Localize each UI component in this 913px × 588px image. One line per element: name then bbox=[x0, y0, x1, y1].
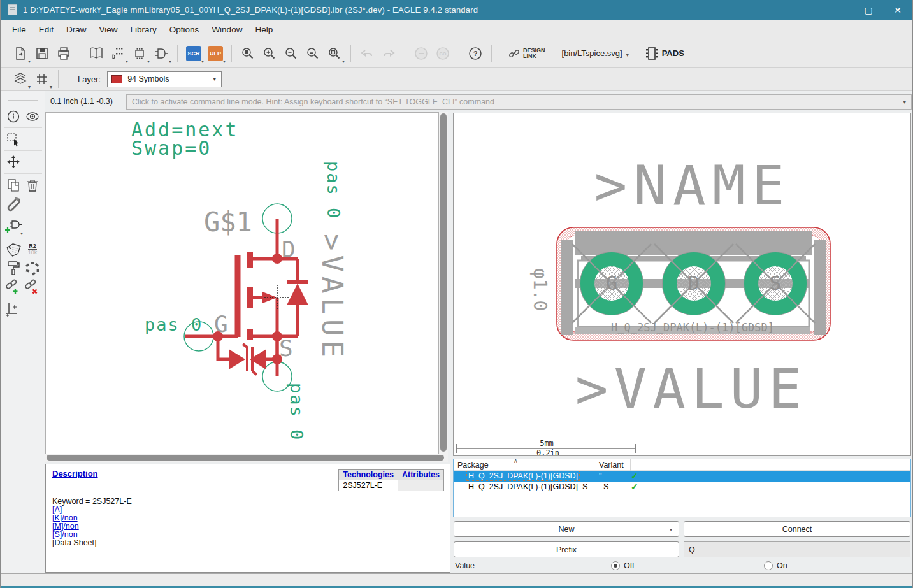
palette-separator bbox=[4, 298, 42, 298]
new-document-button[interactable]: ▾ bbox=[10, 43, 31, 64]
technology-value: 2SJ527L-E bbox=[339, 480, 398, 491]
connect-button[interactable]: Connect bbox=[684, 521, 910, 537]
grid-button[interactable]: ▾ bbox=[32, 69, 52, 89]
link-m-non[interactable]: [M]/non bbox=[52, 522, 132, 531]
command-line-input[interactable]: Click to activate command line mode. Hin… bbox=[126, 94, 912, 110]
symbol-canvas-vscrollbar[interactable] bbox=[439, 112, 448, 454]
eagle-window: 1 D:¥DATE¥E-work¥_Eagle mmLibrary05_01_0… bbox=[0, 0, 913, 588]
pin-bottom-label: pas 0 bbox=[287, 383, 306, 441]
symbol-canvas-hscrollbar[interactable] bbox=[45, 454, 448, 462]
show-tool-button[interactable] bbox=[23, 107, 42, 125]
minimize-button[interactable]: — bbox=[824, 0, 854, 20]
group-select-tool-button[interactable] bbox=[4, 130, 23, 148]
vscroll-thumb[interactable] bbox=[440, 113, 447, 452]
copy-tool-button[interactable] bbox=[4, 176, 23, 194]
prefix-button[interactable]: Prefix bbox=[454, 541, 679, 557]
package-editor-button[interactable]: ▾ bbox=[129, 43, 150, 64]
open-library-button[interactable] bbox=[86, 43, 106, 64]
table-row[interactable]: H_Q_2SJ_DPAK(L)-(1)[GDSD]_S _S ✓ bbox=[454, 482, 910, 492]
pad-label-s: S bbox=[770, 272, 781, 294]
scale-mm-label: 5mm bbox=[540, 439, 554, 448]
name-tool-button[interactable] bbox=[4, 240, 23, 259]
table-row[interactable]: H_Q_2SJ_DPAK(L)-(1)[GDSD] " ✓ bbox=[454, 471, 910, 482]
column-variant[interactable]: Variant bbox=[599, 461, 624, 470]
link-k-non[interactable]: [K]/non bbox=[52, 514, 132, 522]
zoom-out-button[interactable] bbox=[281, 43, 301, 64]
zoom-select-button[interactable] bbox=[303, 43, 323, 64]
menu-help[interactable]: Help bbox=[248, 22, 279, 37]
zoom-fit-button[interactable] bbox=[238, 43, 258, 64]
print-button[interactable] bbox=[54, 43, 74, 64]
save-button[interactable] bbox=[32, 43, 52, 64]
help-button[interactable]: ? bbox=[465, 43, 485, 64]
technologies-header-link[interactable]: Technologies bbox=[339, 470, 398, 480]
ltspice-dropdown[interactable]: [bin/LTspice.svg] ▾ bbox=[562, 48, 629, 58]
pads-button[interactable]: PADS bbox=[645, 46, 684, 61]
menu-window[interactable]: Window bbox=[205, 22, 248, 37]
layer-settings-button[interactable]: ▾ bbox=[10, 69, 31, 89]
window-title: 1 D:¥DATE¥E-work¥_Eagle mmLibrary05_01_0… bbox=[23, 5, 478, 15]
dimension-tool-button[interactable] bbox=[4, 300, 23, 319]
maximize-button[interactable]: ▢ bbox=[854, 0, 883, 20]
link-s-non[interactable]: [S]/non bbox=[52, 531, 132, 539]
menu-edit[interactable]: Edit bbox=[32, 22, 60, 37]
symbol-editor-button[interactable]: ▾ bbox=[151, 43, 171, 64]
radio-circle-icon bbox=[611, 561, 620, 570]
go-button[interactable]: GO bbox=[433, 43, 453, 64]
toolbar-separator bbox=[177, 45, 178, 62]
stop-button[interactable] bbox=[411, 43, 431, 64]
detach-tool-button[interactable] bbox=[23, 277, 42, 296]
smash-tool-button[interactable] bbox=[23, 259, 42, 277]
symbol-canvas[interactable]: Add=next Swap=0 G$1 D G S >VALUE pas 0 p… bbox=[45, 112, 439, 454]
hscroll-thumb[interactable] bbox=[47, 455, 444, 461]
menu-draw[interactable]: Draw bbox=[60, 22, 93, 37]
title-bar: 1 D:¥DATE¥E-work¥_Eagle mmLibrary05_01_0… bbox=[1, 0, 912, 20]
package-canvas[interactable]: >NAME >VALUE bbox=[453, 113, 911, 456]
description-link[interactable]: Description bbox=[52, 469, 98, 478]
close-button[interactable]: ✕ bbox=[883, 0, 912, 20]
attributes-header-link[interactable]: Attributes bbox=[398, 470, 443, 480]
prefix-button-label: Prefix bbox=[556, 545, 577, 554]
chip-icon bbox=[645, 46, 658, 61]
menu-options[interactable]: Options bbox=[163, 22, 206, 37]
zoom-in-button[interactable] bbox=[259, 43, 280, 64]
design-link-button[interactable]: DESIGN LINK bbox=[508, 48, 545, 59]
value-on-radio[interactable]: On bbox=[764, 561, 787, 570]
move-tool-button[interactable] bbox=[4, 153, 23, 171]
undo-button[interactable] bbox=[357, 43, 377, 64]
menu-library[interactable]: Library bbox=[124, 22, 163, 37]
zoom-redraw-button[interactable]: ▾ bbox=[324, 43, 345, 64]
column-divider[interactable] bbox=[630, 459, 631, 471]
column-package[interactable]: Package bbox=[457, 461, 489, 470]
value-tool-button[interactable]: R2 10k bbox=[23, 240, 42, 259]
footprint-drawing: G D S H_Q_2SJ_DPAK(L)-(1)[GDSD] bbox=[557, 227, 830, 340]
prefix-value-field[interactable]: Q bbox=[684, 541, 910, 557]
change-tool-button[interactable] bbox=[4, 194, 23, 213]
device-editor-button[interactable]: ▾ bbox=[108, 43, 128, 64]
paint-tool-button[interactable] bbox=[4, 259, 23, 277]
delete-tool-button[interactable] bbox=[23, 176, 42, 194]
package-table-header[interactable]: Package ∧ Variant bbox=[454, 459, 910, 471]
add-part-tool-button[interactable]: ▾ bbox=[4, 217, 23, 236]
resize-grip[interactable] bbox=[896, 576, 909, 585]
info-tool-button[interactable] bbox=[4, 107, 23, 125]
palette-drag-handle[interactable] bbox=[8, 100, 38, 103]
menu-view[interactable]: View bbox=[93, 22, 124, 37]
menu-file[interactable]: File bbox=[6, 22, 32, 37]
value-off-radio[interactable]: Off bbox=[611, 561, 634, 570]
redo-button[interactable] bbox=[378, 43, 399, 64]
layer-select[interactable]: 94 Symbols ▾ bbox=[107, 71, 222, 87]
footprint-name-text: H_Q_2SJ_DPAK(L)-(1)[GDSD] bbox=[611, 321, 774, 334]
value-on-label: On bbox=[777, 561, 787, 570]
column-divider[interactable] bbox=[577, 459, 577, 471]
toolbar-separator bbox=[491, 45, 492, 62]
attach-tool-button[interactable] bbox=[4, 277, 23, 296]
chevron-down-icon: ▾ bbox=[342, 59, 345, 64]
sort-ascending-icon: ∧ bbox=[514, 457, 518, 464]
origin-crosshair bbox=[264, 285, 290, 310]
new-package-button[interactable]: New ▾ bbox=[454, 521, 679, 537]
ulp-button[interactable]: ULP ▾ bbox=[205, 43, 226, 64]
script-button[interactable]: SCR ▾ bbox=[183, 43, 204, 64]
link-a[interactable]: [A] bbox=[52, 506, 132, 514]
layer-selected-value: 94 Symbols bbox=[127, 75, 169, 83]
